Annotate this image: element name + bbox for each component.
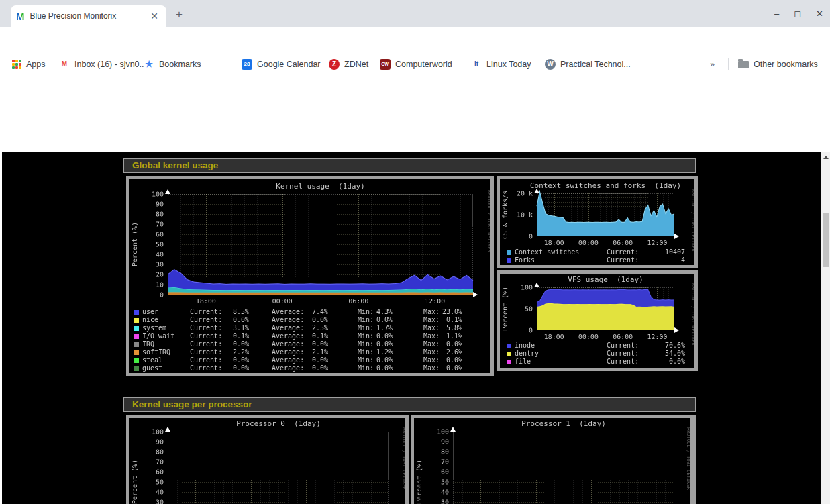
legend-series-name: Context switches <box>515 248 607 256</box>
legend-stat-value: 2.1% <box>307 348 328 356</box>
context-switches-legend: Context switchesCurrent:10407ForksCurren… <box>500 248 701 264</box>
scrollbar-up-icon[interactable] <box>823 156 829 159</box>
legend-stat-label: Max: <box>423 332 442 340</box>
kernel-usage-legend: userCurrent:8.5%Average:7.4%Min:4.3%Max:… <box>129 308 495 372</box>
legend-series-name: I/O wait <box>142 332 190 340</box>
legend-stat-label: Average: <box>272 364 307 372</box>
legend-stat-value: 0.0% <box>307 340 328 348</box>
bookmark-label: Practical Technol... <box>560 60 631 69</box>
section-title: Global kernel usage <box>132 160 218 170</box>
legend-stat-value: 0.0% <box>223 356 249 364</box>
legend-series-name: user <box>142 308 190 316</box>
legend-color-swatch <box>134 326 139 331</box>
apps-label: Apps <box>26 60 46 69</box>
legend-color-swatch <box>507 250 511 255</box>
legend-stat-value: 3.1% <box>223 324 249 332</box>
legend-stat-label: Average: <box>272 332 307 340</box>
legend-stat-label: Average: <box>272 348 307 356</box>
legend-color-swatch <box>134 366 139 371</box>
legend-stat-value: 1.7% <box>376 324 393 332</box>
legend-stat-label: Current: <box>607 358 650 366</box>
page-scrollbar[interactable] <box>821 152 830 504</box>
legend-stat-value: 8.5% <box>223 308 249 316</box>
legend-stat-value: 2.5% <box>307 324 328 332</box>
legend-stat-value: 0.0% <box>442 364 462 372</box>
legend-series-name: nice <box>142 316 190 324</box>
legend-stat-label: Average: <box>272 340 307 348</box>
gmail-favicon: M <box>59 59 70 70</box>
bookmarks-overflow-icon[interactable]: » <box>710 55 715 74</box>
wordpress-favicon: W <box>545 59 556 70</box>
legend-series-name: steal <box>142 356 190 364</box>
bookmark-item[interactable]: WPractical Technol... <box>545 55 631 74</box>
legend-series-name: system <box>142 324 190 332</box>
legend-stat-value: 0.0% <box>376 356 393 364</box>
legend-color-swatch <box>134 334 139 339</box>
legend-stat-value: 5.8% <box>442 324 462 332</box>
scrollbar-thumb[interactable] <box>823 213 829 267</box>
processor1-graph: userCur:9.0%Avg:7.5%Min:4.3%Max:22.1%nic… <box>414 418 690 504</box>
bookmark-item[interactable]: 28Google Calendar <box>242 55 321 74</box>
legend-row: guestCurrent:0.0%Average:0.0%Min:0.0%Max… <box>134 364 495 372</box>
window-minimize-button[interactable]: – <box>774 9 779 19</box>
browser-toolbar: ← → ↻ ⌂ i localhost:8080/monitorix-cgi/m… <box>0 27 830 55</box>
bookmark-item[interactable]: MInbox (16) - sjvn0... <box>59 55 146 74</box>
legend-series-name: softIRQ <box>142 348 190 356</box>
legend-stat-label: Current: <box>190 340 223 348</box>
window-maximize-button[interactable]: ◻ <box>794 9 801 19</box>
bookmark-item[interactable]: ★Bookmarks <box>144 55 201 74</box>
new-tab-button[interactable]: + <box>176 8 183 21</box>
legend-color-swatch <box>507 360 511 364</box>
legend-stat-value: 0.0% <box>376 364 393 372</box>
apps-shortcut[interactable]: Apps <box>12 55 46 74</box>
processor1-chart-canvas <box>414 418 690 504</box>
section-header-per-processor: Kernel usage per processor <box>123 397 696 412</box>
monitorix-favicon: M <box>16 11 25 22</box>
bookmark-item[interactable]: ZZDNet <box>329 55 368 74</box>
legend-stat-value: 2.6% <box>442 348 462 356</box>
vfs-usage-panel: inodeCurrent:70.6%dentryCurrent:54.0%fil… <box>497 270 698 371</box>
legend-stat-label: Max: <box>423 356 442 364</box>
tab-strip: M Blue Precision Monitorix ✕ + – ◻ ✕ <box>0 0 830 27</box>
legend-stat-value: 23.0% <box>442 308 462 316</box>
legend-color-swatch <box>507 258 511 263</box>
legend-stat-value: 0.1% <box>223 332 249 340</box>
legend-stat-value: 0.1% <box>307 332 328 340</box>
legend-stat-value: 54.0% <box>650 350 685 358</box>
legend-stat-label: Min: <box>358 316 376 324</box>
legend-stat-value: 0.1% <box>442 316 462 324</box>
browser-window: M Blue Precision Monitorix ✕ + – ◻ ✕ ← →… <box>0 0 830 504</box>
linuxtoday-favicon: lt <box>471 59 482 70</box>
legend-row: systemCurrent:3.1%Average:2.5%Min:1.7%Ma… <box>134 324 495 332</box>
legend-row: userCurrent:8.5%Average:7.4%Min:4.3%Max:… <box>134 308 495 316</box>
legend-stat-label: Average: <box>272 308 307 316</box>
active-tab[interactable]: M Blue Precision Monitorix ✕ <box>11 5 166 27</box>
legend-stat-label: Min: <box>358 324 376 332</box>
folder-icon <box>738 61 749 68</box>
legend-stat-value: 0.0% <box>223 340 249 348</box>
bookmark-item[interactable]: CWComputerworld <box>380 55 452 74</box>
legend-stat-value: 2.2% <box>223 348 249 356</box>
bookmark-label: Google Calendar <box>257 60 321 69</box>
tab-close-icon[interactable]: ✕ <box>148 11 161 21</box>
legend-stat-label: Average: <box>272 356 307 364</box>
processor0-chart-canvas <box>129 418 405 504</box>
legend-stat-value: 1.1% <box>442 332 462 340</box>
legend-series-name: file <box>515 358 607 366</box>
processor0-panel: userCur:9.7%Avg:8.3%Min:4.9%Max:22.5%nic… <box>126 415 409 504</box>
legend-color-swatch <box>134 358 139 363</box>
bookmark-item[interactable]: ltLinux Today <box>471 55 531 74</box>
legend-row: IRQCurrent:0.0%Average:0.0%Min:0.0%Max:0… <box>134 340 495 348</box>
bookmark-label: ZDNet <box>344 60 368 69</box>
vfs-usage-graph: inodeCurrent:70.6%dentryCurrent:54.0%fil… <box>500 274 694 368</box>
legend-color-swatch <box>134 350 139 355</box>
legend-stat-label: Max: <box>423 364 442 372</box>
legend-stat-label: Min: <box>358 348 376 356</box>
legend-stat-label: Min: <box>358 308 376 316</box>
section-header-global-kernel: Global kernel usage <box>123 158 696 173</box>
window-close-button[interactable]: ✕ <box>816 9 823 19</box>
legend-stat-value: 0.0% <box>307 316 328 324</box>
legend-stat-value: 0.0% <box>223 364 249 372</box>
legend-row: dentryCurrent:54.0% <box>507 350 701 358</box>
other-bookmarks-folder[interactable]: Other bookmarks <box>738 55 818 74</box>
